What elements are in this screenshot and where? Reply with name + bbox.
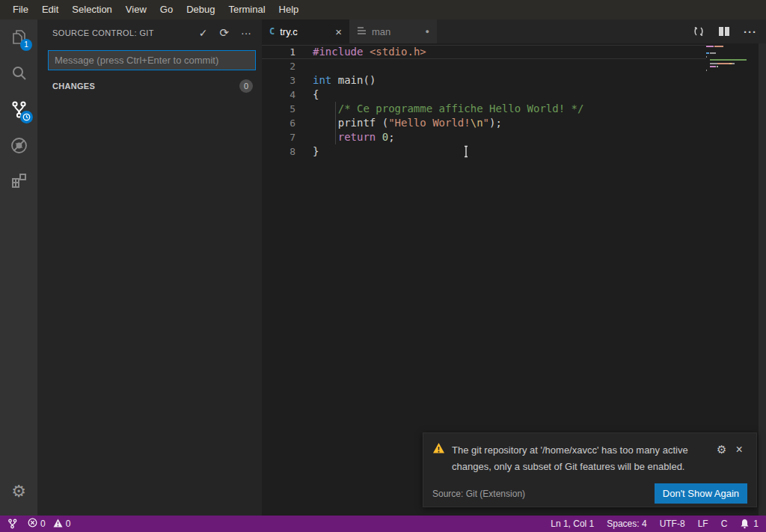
changes-count-badge: 0 xyxy=(239,79,253,93)
sidebar-source-control: SOURCE CONTROL: GIT ✓ ⟳ ··· CHANGES 0 xyxy=(37,19,262,516)
split-editor-icon[interactable] xyxy=(718,26,730,37)
error-count: 0 xyxy=(40,519,46,529)
tab-label: man xyxy=(372,26,420,37)
warning-count: 0 xyxy=(66,519,71,529)
activitybar-explorer[interactable]: 1 xyxy=(0,19,37,55)
notification-close-icon[interactable]: × xyxy=(735,444,742,456)
refresh-icon[interactable]: ⟳ xyxy=(219,27,229,38)
warning-icon xyxy=(53,519,63,530)
code-line: 5 /* Ce programme affiche Hello World! *… xyxy=(262,102,766,116)
menu-item-edit[interactable]: Edit xyxy=(35,0,65,19)
code-line: 3int main() xyxy=(262,73,766,88)
code-line: 4{ xyxy=(262,88,766,102)
close-icon[interactable]: × xyxy=(335,26,342,37)
code-line: 7 return 0; xyxy=(262,130,766,144)
debug-icon xyxy=(9,135,29,156)
cursor-position[interactable]: Ln 1, Col 1 xyxy=(551,519,594,529)
gear-icon: ⚙ xyxy=(11,483,26,500)
modified-dot-icon[interactable]: ● xyxy=(426,28,429,35)
menu-item-view[interactable]: View xyxy=(119,0,153,19)
open-changes-icon[interactable] xyxy=(693,25,705,37)
menu-item-help[interactable]: Help xyxy=(272,0,306,19)
code-lines: 1#include <stdio.h>23int main()4{5 /* Ce… xyxy=(262,45,766,159)
changes-label: CHANGES xyxy=(52,82,239,91)
indent-guide xyxy=(335,102,336,144)
menu-item-selection[interactable]: Selection xyxy=(65,0,118,19)
tab-label: try.c xyxy=(280,26,330,37)
notification-source: Source: Git (Extension) xyxy=(432,489,525,499)
more-actions-icon[interactable]: ··· xyxy=(241,28,251,38)
error-icon xyxy=(28,518,37,530)
activitybar-settings[interactable]: ⚙ xyxy=(0,474,37,510)
activitybar-debug[interactable] xyxy=(0,127,37,163)
menu-item-go[interactable]: Go xyxy=(153,0,180,19)
activitybar-extensions[interactable] xyxy=(0,163,37,199)
minimap[interactable] xyxy=(706,46,759,106)
commit-message-input[interactable] xyxy=(48,50,256,70)
c-file-icon: C xyxy=(269,26,275,37)
notifications-bell[interactable]: 1 xyxy=(740,519,759,529)
commit-check-icon[interactable]: ✓ xyxy=(199,28,208,38)
menu-item-terminal[interactable]: Terminal xyxy=(221,0,272,19)
scm-progress-badge xyxy=(20,111,33,123)
activity-bar: 1 xyxy=(0,19,37,516)
menu-item-file[interactable]: File xyxy=(6,0,35,19)
code-line: 1#include <stdio.h> xyxy=(262,45,766,59)
notification-toast: The git repository at '/home/xavcc' has … xyxy=(423,432,757,507)
eol-indicator[interactable]: LF xyxy=(698,519,708,529)
scrollbar[interactable] xyxy=(759,43,766,516)
vscode-window: FileEditSelectionViewGoDebugTerminalHelp… xyxy=(0,0,766,532)
list-icon xyxy=(357,26,367,37)
menu-item-debug[interactable]: Debug xyxy=(180,0,221,19)
tab-bar: C try.c × man ● xyxy=(262,19,766,43)
code-line: 6 printf ("Hello World!\n"); xyxy=(262,116,766,130)
tab-man[interactable]: man ● xyxy=(349,19,437,43)
more-actions-icon[interactable]: ··· xyxy=(744,25,757,38)
dont-show-again-button[interactable]: Don't Show Again xyxy=(655,483,747,504)
encoding-indicator[interactable]: UTF-8 xyxy=(660,519,685,529)
search-icon xyxy=(9,64,28,83)
sidebar-title: SOURCE CONTROL: GIT xyxy=(52,28,199,37)
notification-settings-icon[interactable]: ⚙ xyxy=(717,444,726,455)
git-branch-indicator[interactable] xyxy=(7,519,17,529)
code-line: 2 xyxy=(262,59,766,73)
problems-indicator[interactable]: 0 0 xyxy=(28,518,70,530)
extensions-icon xyxy=(9,171,28,191)
sidebar-header: SOURCE CONTROL: GIT ✓ ⟳ ··· xyxy=(37,19,262,46)
text-cursor-pointer xyxy=(462,145,470,161)
menu-bar: FileEditSelectionViewGoDebugTerminalHelp xyxy=(0,0,766,19)
activitybar-search[interactable] xyxy=(0,55,37,91)
notification-count: 1 xyxy=(753,519,759,529)
activitybar-source-control[interactable] xyxy=(0,91,37,127)
indentation-indicator[interactable]: Spaces: 4 xyxy=(607,519,646,529)
code-line: 8} xyxy=(262,144,766,159)
tab-try-c[interactable]: C try.c × xyxy=(262,19,349,43)
editor-actions: ··· xyxy=(693,19,766,43)
language-indicator[interactable]: C xyxy=(721,519,728,529)
warning-icon xyxy=(432,442,445,475)
status-bar: 0 0 Ln 1, Col 1 Spaces: 4 UTF-8 LF C xyxy=(0,516,766,532)
notification-message: The git repository at '/home/xavcc' has … xyxy=(452,442,710,475)
changes-section-header[interactable]: CHANGES 0 xyxy=(37,78,262,94)
explorer-badge: 1 xyxy=(20,39,32,51)
